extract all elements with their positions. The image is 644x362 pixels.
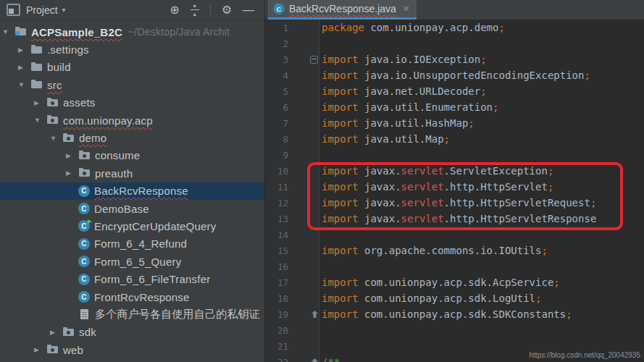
tree-item-label: Form_6_6_FileTransfer [94,273,210,285]
tree-item-label: BackRcvResponse [94,185,188,197]
expand-arrow-icon[interactable]: ▶ [34,99,46,106]
tree-item--[interactable]: 多个商户号各自使用自己的私钥证 [0,306,264,323]
expand-arrow-icon[interactable]: ▶ [18,46,30,54]
tree-item-sdk[interactable]: ▶ sdk [0,324,264,341]
tree-item-label: EncryptCerUpdateQuery [94,220,216,232]
code-text: import javax.servlet.http.HttpServlet; [322,181,553,193]
expand-arrow-icon[interactable]: ▶ [66,169,78,177]
folder-icon [30,44,43,56]
code-line: 9 [265,147,644,163]
tree-item-com-unionpay-acp[interactable]: ▼ com.unionpay.acp [0,111,264,129]
expand-arrow-icon[interactable]: ▼ [34,117,46,124]
line-number: 22 [265,357,291,362]
package-icon [46,97,59,109]
gear-icon[interactable]: ⚙ [222,4,232,16]
line-number: 11 [265,182,291,193]
folder-icon [30,62,43,73]
code-line: 8 import java.util.Map; [265,131,644,147]
fold-marker-icon[interactable] [311,311,318,318]
project-toolbar: Project ▾ ⊕ ▼ ▲ ⚙ — [0,0,264,20]
tree-item-build[interactable]: ▶ build [0,59,264,76]
expand-arrow-icon[interactable]: ▶ [66,152,78,159]
close-icon[interactable]: ✕ [403,4,410,14]
class-run-icon: C [78,220,90,232]
tree-item-label: FrontRcvResponse [94,291,190,303]
expand-arrow-icon[interactable]: ▶ [50,329,62,336]
tree-item-backrcvresponse[interactable]: C BackRcvResponse [0,182,264,200]
hide-panel-icon[interactable]: — [243,4,254,16]
project-toolbar-actions: ⊕ ▼ ▲ ⚙ — [170,4,264,17]
expand-arrow-icon[interactable]: ▼ [50,135,62,142]
tree-item-label: build [47,61,71,73]
code-line: 17 import com.unionpay.acp.sdk.AcpServic… [265,274,644,290]
line-number: 6 [265,102,291,113]
line-number: 17 [265,277,291,288]
code-editor[interactable]: 1 package com.unionpay.acp.demo; 2 3 imp… [265,20,644,362]
line-number: 21 [265,341,291,352]
tree-item-label: Form_6_4_Refund [94,237,187,250]
expand-arrow-icon[interactable]: ▶ [34,346,46,353]
code-line: 1 package com.unionpay.acp.demo; [265,20,644,35]
line-number: 3 [265,54,291,65]
chevron-down-icon[interactable]: ▾ [62,6,66,14]
package-icon [46,114,59,126]
tree-item-demo[interactable]: ▼ demo [0,129,264,146]
tree-item-partial[interactable] [0,358,264,362]
tree-item-form-6-4-refund[interactable]: C Form_6_4_Refund [0,235,264,253]
tree-item-form-6-5-query[interactable]: C Form_6_5_Query [0,253,264,270]
code-line: 10 import javax.servlet.ServletException… [265,163,644,179]
tree-item-label: 多个商户号各自使用自己的私钥证 [95,308,260,321]
tree-item-label: preauth [95,167,133,180]
locate-file-icon[interactable]: ⊕ [170,4,179,16]
tree-item-consume[interactable]: ▶ consume [0,147,264,164]
code-text: import java.net.URLDecoder; [322,85,487,97]
code-line: 4 import java.io.UnsupportedEncodingExce… [265,67,644,83]
tree-item-label: Form_6_5_Query [94,256,181,268]
tree-item-form-6-6-filetransfer[interactable]: C Form_6_6_FileTransfer [0,270,264,287]
project-panel-title[interactable]: Project [26,4,58,16]
folder-icon [30,79,43,90]
expand-arrow-icon[interactable]: ▼ [2,28,14,35]
fold-column [291,358,322,362]
collapse-all-icon[interactable]: ▼ ▲ [191,4,199,17]
line-number: 4 [265,70,291,81]
code-text: import com.unionpay.acp.sdk.SDKConstants… [322,308,572,320]
code-text: import com.unionpay.acp.sdk.AcpService; [322,277,560,288]
code-text: import javax.servlet.ServletException; [322,165,553,177]
fold-column [291,311,322,318]
tree-item-label: ACPSample_B2C [31,26,122,38]
code-line: 16 [265,258,644,274]
tree-item-src[interactable]: ▼ src [0,76,264,93]
tree-item-assets[interactable]: ▶ assets [0,94,264,111]
tree-item-label: consume [95,149,140,161]
code-text: import java.io.UnsupportedEncodingExcept… [322,70,590,81]
class-icon: C [78,256,90,267]
folder-root-icon [14,26,27,38]
line-number: 1 [265,22,291,33]
expand-arrow-icon[interactable]: ▼ [18,81,30,88]
tree-item-preauth[interactable]: ▶ preauth [0,164,264,182]
expand-arrow-icon[interactable]: ▶ [18,64,30,71]
tree-item-frontrcvresponse[interactable]: C FrontRcvResponse [0,288,264,306]
line-number: 2 [265,38,291,49]
code-line: 11 import javax.servlet.http.HttpServlet… [265,179,644,195]
tab-backrcvresponse-java[interactable]: C BackRcvResponse.java ✕ [268,0,417,20]
fold-marker-icon[interactable] [311,358,318,362]
tree-item-acpsample-b2c[interactable]: ▼ ACPSample_B2C ~/Desktop/Java Archit [0,23,264,41]
package-icon [78,150,91,161]
fold-marker-icon[interactable] [310,56,318,64]
code-text: import java.util.Enumeration; [322,101,498,113]
class-icon: C [78,291,90,303]
code-line: 19 import com.unionpay.acp.sdk.SDKConsta… [265,306,644,322]
line-number: 15 [265,245,291,256]
tree-item-encryptcerupdatequery[interactable]: C EncryptCerUpdateQuery [0,217,264,235]
code-line: 15 import org.apache.commons.io.IOUtils; [265,243,644,258]
tree-item-web[interactable]: ▶ web [0,341,264,358]
tab-label: BackRcvResponse.java [289,3,396,14]
tree-item-demobase[interactable]: C DemoBase [0,200,264,217]
tree-item--settings[interactable]: ▶ .settings [0,41,264,58]
tree-item-label: com.unionpay.acp [63,114,153,127]
editor-area: C BackRcvResponse.java ✕ 1 package com.u… [265,0,644,362]
tree-item-label: DemoBase [94,203,149,215]
editor-tab-bar: C BackRcvResponse.java ✕ [265,0,644,20]
